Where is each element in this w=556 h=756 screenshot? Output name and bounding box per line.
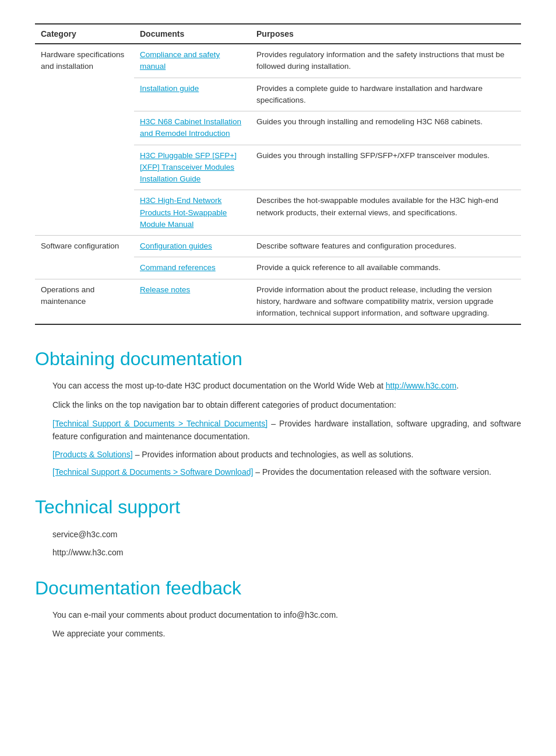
technical-support-content: service@h3c.com http://www.h3c.com [35,527,521,560]
doc-link-n68[interactable]: H3C N68 Cabinet Installation and Remodel… [134,111,251,145]
doc-link-command-ref[interactable]: Command references [134,257,251,279]
purpose-compliance: Provides regulatory information and the … [251,44,521,78]
purpose-config-guides: Describe software features and configura… [251,236,521,257]
col-header-documents: Documents [134,24,251,44]
category-software: Software configuration [35,236,134,279]
feedback-content: You can e-mail your comments about produ… [35,608,521,640]
obtaining-doc-heading: Obtaining documentation [35,348,521,370]
products-link[interactable]: [Products & Solutions] [52,450,133,459]
doc-link-config-guides[interactable]: Configuration guides [134,236,251,257]
documentation-table: Category Documents Purposes Hardware spe… [35,23,521,325]
feedback-para2: We appreciate your comments. [52,627,521,640]
tech-docs-link[interactable]: [Technical Support & Documents > Technic… [52,419,268,428]
products-link-line: [Products & Solutions] – Provides inform… [52,448,521,461]
table-row: Software configuration Configuration gui… [35,236,521,257]
software-download-link[interactable]: [Technical Support & Documents > Softwar… [52,467,253,477]
support-email: service@h3c.com [52,527,521,542]
doc-link-hotswap[interactable]: H3C High-End Network Products Hot-Swappa… [134,190,251,236]
technical-support-heading: Technical support [35,496,521,518]
obtaining-para2: Click the links on the top navigation ba… [52,398,521,411]
doc-link-compliance[interactable]: Compliance and safety manual [134,44,251,78]
feedback-para1: You can e-mail your comments about produ… [52,608,521,621]
h3c-link[interactable]: http://www.h3c.com [386,381,456,390]
category-hardware: Hardware specifications and installation [35,44,134,236]
feedback-heading: Documentation feedback [35,578,521,599]
col-header-category: Category [35,24,134,44]
tech-docs-link-line: [Technical Support & Documents > Technic… [52,417,521,443]
support-website: http://www.h3c.com [52,545,521,560]
obtaining-para1: You can access the most up-to-date H3C p… [52,379,521,392]
table-row: Operations and maintenance Release notes… [35,279,521,324]
doc-link-release-notes[interactable]: Release notes [134,279,251,324]
purpose-n68: Guides you through installing and remode… [251,111,521,145]
category-operations: Operations and maintenance [35,279,134,324]
purpose-sfp: Guides you through installing SFP/SFP+/X… [251,145,521,190]
purpose-release-notes: Provide information about the product re… [251,279,521,324]
obtaining-doc-content: You can access the most up-to-date H3C p… [35,379,521,478]
purpose-installation-guide: Provides a complete guide to hardware in… [251,78,521,111]
purpose-command-ref: Provide a quick reference to all availab… [251,257,521,279]
doc-link-installation-guide[interactable]: Installation guide [134,78,251,111]
software-download-link-line: [Technical Support & Documents > Softwar… [52,466,521,478]
purpose-hotswap: Describes the hot-swappable modules avai… [251,190,521,236]
table-row: Hardware specifications and installation… [35,44,521,78]
doc-link-sfp[interactable]: H3C Pluggable SFP [SFP+][XFP] Transceive… [134,145,251,190]
col-header-purposes: Purposes [251,24,521,44]
